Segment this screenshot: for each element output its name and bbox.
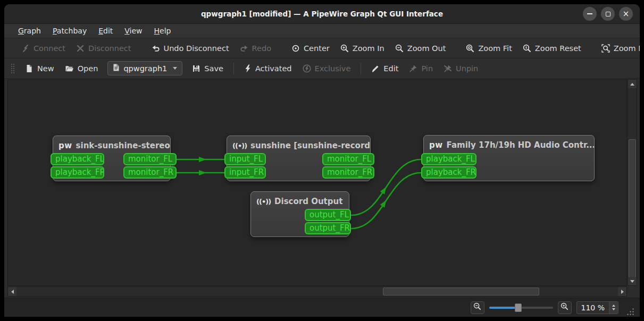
port-monitor-fr[interactable]: monitor_FR — [123, 166, 177, 179]
connect-button[interactable]: Connect — [16, 41, 71, 55]
toolbar-patchbay: New Open qpwgraph1 Save Activated Exclus… — [4, 58, 640, 79]
save-button[interactable]: Save — [187, 62, 229, 75]
maximize-icon — [606, 12, 610, 16]
pin-button[interactable]: Pin — [404, 62, 438, 75]
port-monitor-fr[interactable]: monitor_FR — [322, 166, 374, 179]
edit-button[interactable]: Edit — [366, 62, 404, 75]
zoom-in-mini-button[interactable] — [558, 301, 572, 314]
horizontal-scroll-thumb[interactable] — [383, 288, 539, 295]
port-playback-fr[interactable]: playback_FR — [51, 166, 104, 179]
zoom-in-button[interactable]: Zoom In — [335, 41, 390, 55]
node-title: ((•)) Discord Output — [251, 192, 349, 206]
stream-icon: ((•)) — [232, 142, 247, 150]
minimize-icon — [587, 13, 592, 14]
scroll-left-button[interactable] — [8, 287, 16, 296]
pin-icon — [409, 64, 417, 73]
disconnect-button[interactable]: Disconnect — [71, 41, 137, 55]
port-monitor-fl[interactable]: monitor_FL — [123, 153, 177, 165]
patchbay-file-icon — [113, 64, 120, 73]
slider-fill — [489, 307, 517, 309]
graph-viewport[interactable]: pw sink-sunshine-stereo playback_FL play… — [7, 79, 627, 286]
status-bar: 110 % — [4, 298, 640, 317]
undo-button[interactable]: Undo Disconnect — [146, 41, 235, 55]
node-title-text: Family 17h/19h HD Audio Contr... — [447, 140, 594, 150]
menu-item-edit[interactable]: Edit — [93, 25, 119, 37]
pin-label: Pin — [421, 64, 433, 73]
unpin-label: Unpin — [456, 64, 478, 73]
zoom-reset-button[interactable]: Zoom Reset — [517, 41, 587, 55]
scroll-up-button[interactable] — [628, 80, 637, 88]
window-controls: × — [583, 7, 633, 21]
toolbar-drag-handle[interactable] — [11, 63, 14, 74]
exclusive-button[interactable]: Exclusive — [297, 62, 356, 75]
zoom-out-icon — [473, 302, 481, 312]
unpin-button[interactable]: Unpin — [438, 62, 483, 75]
menu-item-patchbay[interactable]: Patchbay — [47, 25, 93, 37]
arrowhead-icon — [199, 170, 206, 175]
slider-handle[interactable] — [515, 303, 522, 312]
close-button[interactable]: × — [619, 7, 633, 21]
menu-item-graph[interactable]: Graph — [12, 25, 47, 37]
connect-label: Connect — [34, 44, 65, 53]
resize-grip[interactable] — [625, 307, 634, 316]
new-label: New — [37, 64, 54, 73]
activated-bolt-icon — [244, 64, 252, 73]
pipewire-icon: pw — [58, 141, 72, 150]
scroll-right-button[interactable] — [618, 287, 626, 296]
menu-item-view[interactable]: View — [119, 25, 148, 37]
edit-label: Edit — [383, 64, 398, 73]
port-input-fl[interactable]: input_FL — [224, 153, 266, 165]
toolbar-separator — [233, 63, 234, 74]
port-monitor-fl[interactable]: monitor_FL — [322, 153, 374, 165]
zoom-in-label: Zoom In — [353, 44, 384, 53]
port-output-fr[interactable]: output_FR — [305, 222, 351, 234]
horizontal-scrollbar[interactable] — [7, 286, 627, 297]
port-playback-fr[interactable]: playback_FR — [421, 166, 476, 179]
zoom-out-icon — [395, 44, 404, 53]
port-playback-fl[interactable]: playback_FL — [421, 153, 476, 165]
center-button[interactable]: Center — [286, 41, 335, 55]
arrow-left-icon — [11, 290, 14, 294]
menu-item-help[interactable]: Help — [148, 25, 177, 37]
center-icon — [291, 44, 300, 53]
exclusive-label: Exclusive — [315, 64, 351, 73]
port-output-fl[interactable]: output_FL — [305, 209, 351, 221]
zoom-out-mini-button[interactable] — [471, 301, 484, 314]
vertical-scroll-thumb[interactable] — [629, 139, 636, 277]
open-label: Open — [78, 64, 98, 73]
spin-up-icon[interactable] — [612, 305, 615, 307]
scroll-down-button[interactable] — [628, 277, 637, 285]
minimize-button[interactable] — [583, 7, 597, 21]
activated-label: Activated — [255, 64, 292, 73]
node-title: ((•)) sunshine [sunshine-record] — [227, 136, 370, 150]
open-folder-icon — [65, 64, 74, 73]
port-input-fr[interactable]: input_FR — [224, 166, 266, 179]
title-bar[interactable]: qpwgraph1 [modified] — A PipeWire Graph … — [4, 4, 640, 24]
vertical-scrollbar[interactable] — [628, 79, 637, 286]
zoom-range-label: Zoom Range — [614, 44, 640, 53]
new-button[interactable]: New — [20, 62, 60, 75]
zoom-out-button[interactable]: Zoom Out — [390, 41, 451, 55]
exclusive-bolt-icon — [303, 64, 311, 73]
undo-icon — [152, 44, 160, 53]
zoom-value[interactable]: 110 % — [577, 302, 609, 314]
activated-button[interactable]: Activated — [239, 62, 297, 75]
zoom-range-button[interactable]: Zoom Range — [596, 41, 640, 55]
patchbay-selector[interactable]: qpwgraph1 — [107, 61, 182, 75]
zoom-slider[interactable] — [489, 303, 553, 312]
open-button[interactable]: Open — [60, 62, 104, 75]
center-label: Center — [304, 44, 330, 53]
arrow-up-icon — [630, 83, 634, 86]
zoom-fit-label: Zoom Fit — [478, 44, 512, 53]
spin-down-icon[interactable] — [612, 308, 615, 310]
zoom-fit-button[interactable]: Zoom Fit — [461, 41, 517, 55]
connections-layer — [8, 80, 627, 286]
toolbar-main: Connect Disconnect Undo Disconnect Redo … — [4, 38, 640, 58]
redo-button[interactable]: Redo — [235, 41, 277, 55]
zoom-in-icon — [561, 302, 568, 312]
port-playback-fl[interactable]: playback_FL — [51, 153, 104, 165]
window-title: qpwgraph1 [modified] — A PipeWire Graph … — [201, 10, 443, 18]
zoom-spinbox[interactable]: 110 % — [576, 301, 618, 314]
node-title: pw sink-sunshine-stereo — [53, 136, 170, 150]
maximize-button[interactable] — [601, 7, 615, 21]
